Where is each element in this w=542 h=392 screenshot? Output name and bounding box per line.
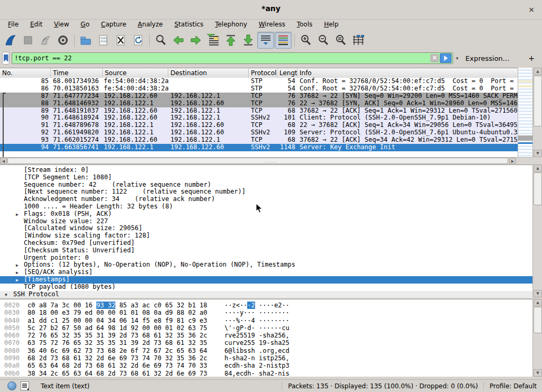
hex-row[interactable]: 006072 76 65 32 35 35 31 39 2d 73 68 61 …: [0, 332, 532, 339]
zoom-out-button[interactable]: [315, 32, 332, 49]
capture-options-button[interactable]: [55, 32, 71, 49]
column-header-source[interactable]: Source: [103, 68, 168, 78]
filter-apply-button[interactable]: [440, 53, 451, 63]
go-back-button[interactable]: [170, 32, 187, 49]
expert-info-icon[interactable]: [7, 381, 16, 390]
status-profile[interactable]: Profile: Default: [490, 382, 537, 390]
packet-row-85[interactable]: 8568.001734936fe:54:00:d4:38:2aSTP54Conf…: [0, 78, 518, 85]
filter-bookmark-button[interactable]: [2, 52, 10, 65]
hex-row[interactable]: 009068 2d 73 68 61 32 2d 6e 69 73 74 70 …: [0, 354, 532, 362]
detail-line[interactable]: Checksum: 0x79ed [unverified]: [0, 240, 532, 247]
column-header-info[interactable]: Info: [297, 68, 532, 78]
find-packet-button[interactable]: [152, 32, 169, 49]
save-file-button[interactable]: 01010110: [95, 32, 112, 49]
hex-row[interactable]: 008036 40 6c 69 62 73 73 68 2e 6f 72 67 …: [0, 347, 532, 354]
go-top-button[interactable]: [222, 32, 239, 49]
zoom-original-button[interactable]: [332, 32, 349, 49]
go-to-packet-button[interactable]: [205, 32, 222, 49]
details-vscrollbar[interactable]: ▲ ▼: [532, 165, 542, 297]
detail-line-seq-ack[interactable]: ▶[SEQ/ACK analysis]: [0, 269, 532, 276]
scroll-up-icon[interactable]: ▲: [534, 68, 542, 75]
packet-list-vscrollbar[interactable]: ▲ ▼: [532, 68, 542, 157]
resize-columns-button[interactable]: [350, 32, 367, 49]
detail-line[interactable]: [Checksum Status: Unverified]: [0, 247, 532, 254]
detail-line[interactable]: [Stream index: 0]: [0, 167, 532, 174]
hex-row[interactable]: 0020c0 a8 7a 3c 00 16 93 32 85 a3 ac c0 …: [0, 302, 532, 309]
scrollbar-thumb[interactable]: [534, 76, 542, 126]
detail-line[interactable]: [Window size scaling factor: 128]: [0, 232, 532, 240]
detail-line[interactable]: Window size value: 227: [0, 218, 532, 225]
packet-row-87[interactable]: 8771.647777234192.168.122.60192.168.122.…: [0, 93, 518, 100]
menu-view[interactable]: View: [49, 19, 74, 29]
scroll-left-icon[interactable]: ◀: [0, 158, 7, 164]
menu-edit[interactable]: Edit: [25, 19, 47, 29]
filter-history-dropdown[interactable]: ▾: [455, 52, 459, 64]
detail-line[interactable]: 1000 .... = Header Length: 32 bytes (8): [0, 203, 532, 211]
colorize-button[interactable]: [275, 32, 292, 49]
capture-comment-icon[interactable]: [21, 381, 29, 390]
filter-clear-button[interactable]: ×: [430, 54, 439, 62]
packet-row-89[interactable]: 8971.648191037192.168.122.60192.168.122.…: [0, 107, 518, 115]
menu-help[interactable]: Help: [319, 19, 343, 29]
auto-scroll-button[interactable]: [257, 32, 274, 49]
menu-go[interactable]: Go: [76, 19, 94, 29]
packet-row-91[interactable]: 9171.648789678192.168.122.1192.168.122.6…: [0, 122, 518, 129]
hex-row[interactable]: 00b038 34 2c 65 63 64 68 2d 73 68 61 32 …: [0, 370, 532, 377]
go-bottom-button[interactable]: [240, 32, 257, 49]
packet-row-86[interactable]: 8670.013850163fe:54:00:d4:38:2aSTP54Conf…: [0, 85, 518, 93]
column-header-destination[interactable]: Destination: [168, 68, 249, 78]
close-file-button[interactable]: [112, 32, 129, 49]
scroll-down-icon[interactable]: ▼: [534, 369, 542, 377]
hex-row[interactable]: 007063 75 72 76 65 32 35 35 31 39 2d 73 …: [0, 339, 532, 347]
scroll-up-icon[interactable]: ▲: [534, 165, 542, 172]
packet-row-92[interactable]: 9271.661949820192.168.122.1192.168.122.6…: [0, 129, 518, 136]
zoom-in-button[interactable]: [297, 32, 314, 49]
menu-wireless[interactable]: Wireless: [254, 19, 290, 29]
detail-line-options[interactable]: ▶Options: (12 bytes), No-Operation (NOP)…: [0, 261, 532, 269]
detail-line[interactable]: [Calculated window size: 29056]: [0, 225, 532, 232]
detail-line[interactable]: Urgent pointer: 0: [0, 254, 532, 262]
filter-add-button[interactable]: +: [523, 54, 540, 62]
menu-telephony[interactable]: Telephony: [210, 19, 252, 29]
detail-line-ssh-protocol[interactable]: ▼SSH Protocol: [0, 291, 532, 298]
packet-row-93[interactable]: 9371.662015274192.168.122.60192.168.122.…: [0, 136, 518, 144]
detail-line[interactable]: Acknowledgment number: 34 (relative ack …: [0, 196, 532, 203]
hex-row[interactable]: 00a065 63 64 68 2d 73 68 61 32 2d 6e 69 …: [0, 362, 532, 369]
column-header-protocol[interactable]: Protocol: [249, 68, 277, 78]
detail-line[interactable]: Sequence number: 42 (relative sequence n…: [0, 181, 532, 189]
column-header-time[interactable]: Time: [51, 68, 103, 78]
packet-row-90[interactable]: 9071.648618924192.168.122.60192.168.122.…: [0, 114, 518, 122]
detail-line[interactable]: TCP payload (1080 bytes): [0, 284, 532, 291]
hex-row[interactable]: 0040a1 dd c1 25 00 00 04 34 06 14 f5 e8 …: [0, 317, 532, 324]
menu-statistics[interactable]: Statistics: [169, 19, 208, 29]
hex-row[interactable]: 00505c 27 b2 67 50 ad 64 98 1d 92 00 00 …: [0, 324, 532, 332]
column-header-no[interactable]: No.: [0, 68, 51, 78]
display-filter-input[interactable]: [13, 53, 430, 63]
menu-analyze[interactable]: Analyze: [133, 19, 167, 29]
menu-file[interactable]: File: [3, 19, 23, 29]
scrollbar-thumb[interactable]: [534, 307, 542, 333]
capture-restart-button[interactable]: [37, 32, 54, 49]
detail-line[interactable]: [Next sequence number: 1122 (relative se…: [0, 188, 532, 196]
close-button[interactable]: ×: [526, 4, 537, 15]
scroll-down-icon[interactable]: ▼: [534, 150, 542, 157]
detail-line[interactable]: [TCP Segment Len: 1080]: [0, 174, 532, 181]
detail-line-timestamps-selected[interactable]: ▶[Timestamps]: [0, 276, 532, 284]
column-header-length[interactable]: Length: [277, 68, 297, 78]
open-file-button[interactable]: [77, 32, 94, 49]
scrollbar-thumb[interactable]: [7, 158, 508, 164]
scroll-down-icon[interactable]: ▼: [534, 290, 542, 297]
scroll-right-icon[interactable]: ▶: [509, 158, 516, 164]
capture-start-button[interactable]: [2, 32, 19, 49]
hex-vscrollbar[interactable]: ▲ ▼: [532, 299, 542, 377]
packet-row-94-selected[interactable]: 9471.663856741192.168.122.1192.168.122.6…: [0, 144, 518, 151]
scroll-up-icon[interactable]: ▲: [534, 299, 542, 306]
expression-button[interactable]: Expression...: [461, 53, 513, 64]
packet-row-88[interactable]: 8871.648146932192.168.122.1192.168.122.6…: [0, 100, 518, 107]
scrollbar-thumb[interactable]: [534, 172, 542, 205]
menu-capture[interactable]: Capture: [96, 19, 131, 29]
reload-file-button[interactable]: [130, 32, 147, 49]
packet-minimap[interactable]: [518, 68, 533, 157]
detail-line-flags[interactable]: ▶Flags: 0x018 (PSH, ACK): [0, 211, 532, 218]
capture-stop-button[interactable]: [20, 32, 37, 49]
